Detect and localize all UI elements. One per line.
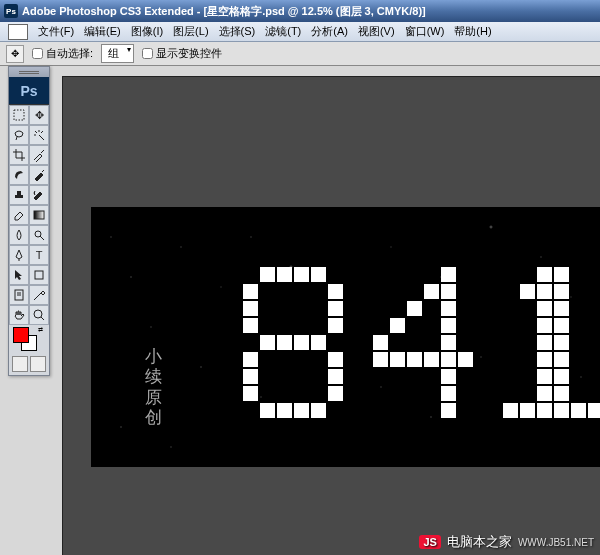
tool-move[interactable]: ✥ [29, 105, 49, 125]
tool-hand[interactable] [9, 305, 29, 325]
menu-file[interactable]: 文件(F) [34, 22, 78, 41]
document-window: 小 续原 创 [62, 76, 600, 555]
tool-dodge[interactable] [29, 225, 49, 245]
menu-layer[interactable]: 图层(L) [169, 22, 212, 41]
ps-menu-icon[interactable] [8, 24, 28, 40]
auto-select-mode[interactable]: 组 [101, 44, 134, 63]
tool-wand[interactable] [29, 125, 49, 145]
tool-slice[interactable] [29, 145, 49, 165]
tool-zoom[interactable] [29, 305, 49, 325]
digit-4 [373, 267, 475, 420]
canvas-watermark: 小 续原 创 [135, 347, 175, 429]
tool-heal[interactable] [9, 165, 29, 185]
digit-1 [503, 267, 600, 420]
tool-shape[interactable] [29, 265, 49, 285]
svg-rect-0 [14, 110, 24, 120]
tool-brush[interactable] [29, 165, 49, 185]
auto-select-label: 自动选择: [46, 46, 93, 61]
auto-select-checkbox[interactable] [32, 48, 43, 59]
site-name: 电脑本之家 [447, 533, 512, 551]
app-icon: Ps [4, 4, 18, 18]
ps-logo: Ps [9, 77, 49, 105]
menu-help[interactable]: 帮助(H) [450, 22, 495, 41]
show-transform-check[interactable]: 显示变换控件 [142, 46, 222, 61]
site-url: WWW.JB51.NET [518, 537, 594, 548]
show-transform-checkbox[interactable] [142, 48, 153, 59]
tool-history-brush[interactable] [29, 185, 49, 205]
quick-mask-standard[interactable] [12, 356, 28, 372]
svg-rect-3 [35, 271, 43, 279]
svg-rect-1 [34, 211, 44, 219]
site-badge: JS [419, 535, 440, 549]
tool-eraser[interactable] [9, 205, 29, 225]
color-swatches[interactable]: ⇄ [9, 325, 49, 353]
tool-crop[interactable] [9, 145, 29, 165]
toolbox-grip[interactable] [9, 67, 49, 77]
grid-digits [243, 267, 600, 420]
canvas[interactable]: 小 续原 创 [91, 207, 600, 467]
menu-image[interactable]: 图像(I) [127, 22, 167, 41]
digit-8 [243, 267, 345, 420]
tool-pen[interactable] [9, 245, 29, 265]
tool-notes[interactable] [9, 285, 29, 305]
move-tool-indicator[interactable]: ✥ [6, 45, 24, 63]
tool-blur[interactable] [9, 225, 29, 245]
tool-marquee[interactable] [9, 105, 29, 125]
menu-window[interactable]: 窗口(W) [401, 22, 449, 41]
quick-mask-mask[interactable] [30, 356, 46, 372]
menubar: 文件(F) 编辑(E) 图像(I) 图层(L) 选择(S) 滤镜(T) 分析(A… [0, 22, 600, 42]
tool-path-select[interactable] [9, 265, 29, 285]
tool-lasso[interactable] [9, 125, 29, 145]
window-title: Adobe Photoshop CS3 Extended - [星空格格字.ps… [22, 4, 426, 19]
toolbox: Ps ✥ T ⇄ [8, 66, 50, 376]
menu-analysis[interactable]: 分析(A) [307, 22, 352, 41]
menu-edit[interactable]: 编辑(E) [80, 22, 125, 41]
menu-filter[interactable]: 滤镜(T) [261, 22, 305, 41]
svg-point-5 [34, 310, 42, 318]
tool-eyedropper[interactable] [29, 285, 49, 305]
show-transform-label: 显示变换控件 [156, 46, 222, 61]
swap-colors-icon[interactable]: ⇄ [38, 326, 47, 335]
tool-gradient[interactable] [29, 205, 49, 225]
options-bar: ✥ 自动选择: 组 显示变换控件 [0, 42, 600, 66]
menu-select[interactable]: 选择(S) [215, 22, 260, 41]
tool-stamp[interactable] [9, 185, 29, 205]
foreground-color[interactable] [13, 327, 29, 343]
site-watermark: JS 电脑本之家 WWW.JB51.NET [419, 533, 594, 551]
auto-select-check[interactable]: 自动选择: [32, 46, 93, 61]
tool-type[interactable]: T [29, 245, 49, 265]
menu-view[interactable]: 视图(V) [354, 22, 399, 41]
